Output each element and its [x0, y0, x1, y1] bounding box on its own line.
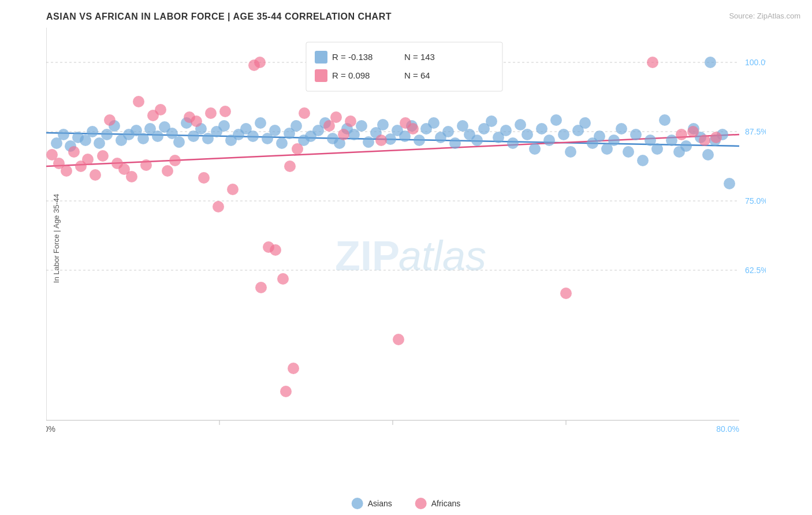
chart-title: ASIAN VS AFRICAN IN LABOR FORCE | AGE 35…	[46, 12, 766, 22]
svg-point-96	[558, 129, 569, 140]
svg-point-86	[486, 115, 497, 127]
svg-point-57	[276, 137, 288, 149]
svg-point-126	[82, 154, 94, 165]
svg-point-81	[449, 137, 461, 149]
svg-point-168	[710, 132, 722, 143]
svg-point-105	[623, 146, 634, 158]
chart-area: In Labor Force | Age 35-44 100.0% 87.5% …	[46, 28, 766, 449]
chart-container: ASIAN VS AFRICAN IN LABOR FORCE | AGE 35…	[0, 0, 812, 515]
legend-africans-icon	[415, 498, 427, 509]
svg-point-94	[543, 135, 555, 146]
svg-text:N = 143: N = 143	[404, 52, 435, 62]
svg-point-150	[277, 273, 289, 285]
svg-rect-19	[306, 42, 502, 91]
source-label: Source: ZipAtlas.com	[729, 12, 800, 20]
svg-point-31	[87, 126, 98, 137]
svg-rect-20	[315, 51, 327, 64]
svg-point-76	[414, 135, 425, 146]
chart-legend: Asians Africans	[352, 498, 461, 509]
svg-point-153	[299, 107, 310, 119]
svg-point-163	[560, 288, 572, 299]
svg-point-120	[705, 57, 716, 68]
svg-point-160	[393, 334, 404, 345]
svg-point-124	[68, 146, 80, 158]
svg-point-40	[152, 130, 163, 142]
svg-point-54	[255, 117, 266, 129]
svg-point-104	[616, 123, 627, 135]
legend-africans: Africans	[415, 498, 461, 509]
svg-point-152	[292, 143, 303, 155]
svg-point-142	[205, 107, 217, 119]
legend-asians-label: Asians	[368, 499, 392, 508]
chart-svg: 100.0% 87.5% 75.0% 62.5% 0.0% 80.0% ZIP …	[46, 28, 766, 449]
svg-point-147	[255, 282, 267, 293]
svg-text:R =  0.098: R = 0.098	[332, 70, 370, 80]
svg-text:atlas: atlas	[398, 233, 486, 279]
svg-point-71	[377, 119, 389, 130]
svg-rect-23	[315, 69, 327, 82]
svg-point-69	[363, 136, 374, 148]
svg-point-27	[58, 129, 69, 140]
svg-point-119	[724, 178, 735, 189]
svg-point-84	[471, 135, 483, 146]
svg-point-43	[173, 136, 185, 148]
svg-point-169	[280, 386, 292, 397]
svg-point-99	[579, 117, 591, 129]
svg-point-134	[140, 159, 152, 171]
svg-point-113	[680, 140, 692, 152]
svg-text:80.0%: 80.0%	[716, 424, 739, 434]
legend-asians: Asians	[352, 498, 392, 509]
svg-text:100.0%: 100.0%	[745, 58, 766, 67]
svg-point-151	[284, 161, 296, 172]
legend-asians-icon	[352, 498, 363, 509]
svg-point-80	[442, 126, 454, 137]
y-axis-label: In Labor Force | Age 35-44	[52, 194, 61, 283]
svg-point-164	[647, 57, 658, 68]
svg-point-53	[247, 130, 259, 142]
svg-point-38	[137, 133, 149, 144]
svg-point-145	[227, 184, 239, 195]
svg-point-128	[97, 150, 109, 162]
svg-point-158	[254, 57, 266, 68]
svg-point-170	[288, 363, 299, 374]
svg-text:62.5%: 62.5%	[745, 266, 766, 275]
svg-point-141	[198, 172, 210, 184]
svg-point-138	[169, 155, 181, 166]
svg-point-127	[90, 169, 101, 181]
svg-point-149	[270, 244, 281, 256]
svg-text:N =  64: N = 64	[404, 70, 430, 80]
svg-point-116	[702, 149, 714, 161]
svg-point-89	[507, 137, 519, 149]
svg-point-68	[356, 120, 367, 132]
svg-point-107	[637, 155, 649, 166]
svg-point-155	[330, 111, 342, 123]
svg-point-78	[428, 117, 439, 129]
svg-point-129	[104, 114, 116, 126]
svg-point-90	[515, 119, 526, 130]
svg-point-137	[162, 165, 173, 177]
svg-text:0.0%: 0.0%	[46, 424, 55, 434]
svg-text:75.0%: 75.0%	[745, 196, 766, 206]
svg-point-56	[269, 125, 281, 136]
svg-point-88	[500, 125, 512, 136]
svg-point-92	[529, 143, 541, 155]
svg-point-59	[290, 120, 302, 132]
svg-point-132	[126, 171, 137, 182]
svg-point-106	[630, 129, 642, 140]
svg-point-162	[407, 123, 419, 135]
svg-point-95	[550, 114, 562, 126]
svg-point-156	[338, 129, 349, 140]
svg-point-157	[345, 115, 356, 127]
svg-point-110	[659, 114, 671, 126]
svg-point-109	[651, 143, 663, 155]
svg-point-144	[219, 106, 231, 117]
svg-point-166	[687, 126, 699, 137]
svg-point-49	[218, 120, 230, 132]
svg-point-111	[666, 135, 677, 146]
legend-africans-label: Africans	[431, 499, 461, 508]
svg-point-133	[133, 96, 144, 107]
svg-point-103	[608, 135, 620, 146]
svg-text:ZIP: ZIP	[335, 233, 400, 279]
svg-point-165	[676, 129, 687, 140]
svg-text:R = -0.138: R = -0.138	[332, 52, 373, 62]
